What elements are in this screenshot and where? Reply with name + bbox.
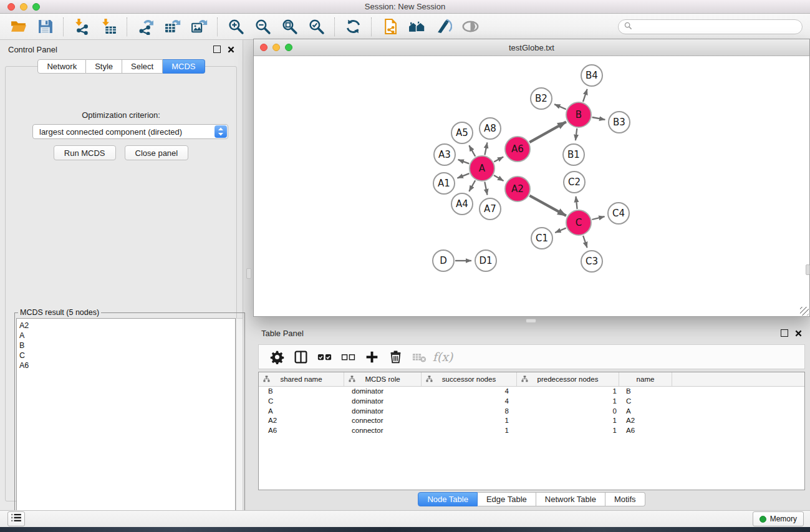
- tab-network[interactable]: Network: [37, 59, 86, 74]
- zoom-fit-button[interactable]: [276, 16, 303, 37]
- edge-A2-C[interactable]: [529, 196, 566, 216]
- edge-A-A4[interactable]: [469, 180, 475, 191]
- edge-B-B1[interactable]: [576, 128, 577, 140]
- column-header-successor-nodes[interactable]: successor nodes: [422, 372, 517, 386]
- column-visibility-button[interactable]: [289, 347, 312, 367]
- tab-motifs[interactable]: Motifs: [605, 492, 645, 506]
- table-row[interactable]: Cdominator41C: [259, 397, 804, 407]
- edge-B-B4[interactable]: [583, 89, 587, 102]
- result-item-A[interactable]: A: [17, 331, 235, 341]
- select-all-button[interactable]: [312, 347, 336, 367]
- add-column-button[interactable]: [360, 347, 383, 367]
- edge-B-B2[interactable]: [554, 104, 566, 109]
- edge-A-A1[interactable]: [457, 173, 469, 178]
- edge-C-C4[interactable]: [592, 216, 604, 220]
- edge-C-C1[interactable]: [555, 228, 566, 233]
- edge-A-A7[interactable]: [485, 182, 487, 195]
- column-header-predecessor-nodes[interactable]: predecessor nodes: [517, 372, 619, 386]
- search-box[interactable]: [618, 19, 803, 34]
- node-label-A4: A4: [456, 198, 468, 210]
- table-row[interactable]: A6connector11A6: [259, 426, 804, 436]
- search-input[interactable]: [635, 21, 796, 33]
- open-session-button[interactable]: [377, 16, 403, 37]
- network-window-titlebar[interactable]: testGlobe.txt: [254, 39, 809, 56]
- criterion-dropdown-value: largest connected component (directed): [33, 127, 215, 137]
- tab-node-table[interactable]: Node Table: [418, 492, 478, 506]
- splitter-grip-right[interactable]: [806, 264, 810, 275]
- settings-gear-button[interactable]: [265, 347, 289, 367]
- node-label-A6: A6: [511, 143, 524, 155]
- tab-select[interactable]: Select: [122, 59, 163, 74]
- table-row[interactable]: A2connector11A2: [259, 416, 804, 426]
- delete-column-button[interactable]: [383, 347, 407, 367]
- tab-style[interactable]: Style: [86, 59, 122, 74]
- table-cell: connector: [344, 416, 422, 426]
- column-header-name[interactable]: name: [619, 372, 672, 386]
- splitter-grip-bottom[interactable]: [526, 319, 536, 323]
- minimize-window-button[interactable]: [20, 3, 27, 11]
- edge-A6-B[interactable]: [529, 122, 566, 142]
- import-network-button[interactable]: [69, 16, 95, 37]
- close-window-button[interactable]: [7, 3, 15, 11]
- splitter-grip-left[interactable]: [246, 268, 251, 279]
- column-header-shared-name[interactable]: shared name: [259, 372, 344, 386]
- table-row[interactable]: Adominator80A: [259, 407, 804, 417]
- column-header-MCDS-role[interactable]: MCDS role: [344, 372, 422, 386]
- tab-mcds[interactable]: MCDS: [163, 59, 205, 74]
- control-panel: Control Panel NetworkStyleSelectMCDS Opt…: [0, 40, 243, 510]
- edge-A-A2[interactable]: [494, 175, 504, 181]
- export-image-button[interactable]: [186, 16, 213, 37]
- save-session-button[interactable]: [32, 16, 59, 37]
- result-scrollbar[interactable]: [236, 318, 243, 524]
- refresh-button[interactable]: [340, 16, 367, 37]
- table-close-panel-icon[interactable]: [795, 330, 802, 337]
- result-item-A6[interactable]: A6: [17, 360, 235, 370]
- export-network-button[interactable]: [132, 16, 159, 37]
- edge-C-C2[interactable]: [576, 196, 577, 209]
- network-close-button[interactable]: [260, 44, 268, 51]
- zoom-in-button[interactable]: [223, 16, 249, 37]
- edge-A-A3[interactable]: [458, 160, 470, 164]
- result-item-A2[interactable]: A2: [17, 321, 235, 331]
- bird-eye-view-button[interactable]: [457, 16, 484, 37]
- table-cell: dominator: [344, 387, 422, 397]
- zoom-out-button[interactable]: [249, 16, 276, 37]
- table-panel: Table Panel f(x) shared nameMCDS rolesuc…: [253, 324, 810, 510]
- result-item-C[interactable]: C: [17, 351, 235, 360]
- tab-edge-table[interactable]: Edge Table: [478, 492, 536, 506]
- window-resize-grip[interactable]: [800, 307, 809, 316]
- network-graph[interactable]: AA1A2A3A4A5A6A7A8BB1B2B3B4CC1C2C3C4DD1: [254, 56, 809, 316]
- zoom-window-button[interactable]: [32, 3, 40, 11]
- close-panel-icon[interactable]: [228, 46, 234, 53]
- criterion-dropdown[interactable]: largest connected component (directed): [32, 124, 228, 139]
- table-row[interactable]: Bdominator41B: [259, 387, 804, 397]
- annotation-visibility-button[interactable]: [430, 16, 457, 37]
- node-label-A: A: [479, 163, 486, 174]
- export-table-button[interactable]: [159, 16, 186, 37]
- edge-A-A5[interactable]: [469, 145, 475, 157]
- cybrowser-home-button[interactable]: [403, 16, 430, 37]
- tab-network-table[interactable]: Network Table: [536, 492, 605, 506]
- network-zoom-button[interactable]: [285, 44, 292, 51]
- run-mcds-button[interactable]: Run MCDS: [54, 145, 116, 160]
- network-canvas[interactable]: AA1A2A3A4A5A6A7A8BB1B2B3B4CC1C2C3C4DD1: [254, 56, 809, 316]
- task-history-button[interactable]: [7, 511, 25, 526]
- edge-C-C3[interactable]: [583, 236, 587, 248]
- table-cell: A2: [259, 416, 344, 426]
- import-table-button[interactable]: [95, 16, 122, 37]
- edge-A-A8[interactable]: [485, 143, 487, 155]
- float-panel-icon[interactable]: [213, 46, 221, 53]
- zoom-selected-button[interactable]: [303, 16, 330, 37]
- mcds-result-list[interactable]: A2ABCA6: [16, 318, 236, 524]
- network-minimize-button[interactable]: [272, 44, 280, 51]
- mcds-panel: Optimization criterion: largest connecte…: [5, 66, 237, 501]
- session-title: Session: New Session: [365, 2, 445, 11]
- deselect-all-button[interactable]: [336, 347, 360, 367]
- table-float-panel-icon[interactable]: [781, 329, 788, 337]
- edge-A-A6[interactable]: [494, 157, 503, 162]
- result-item-B[interactable]: B: [17, 341, 235, 351]
- memory-button[interactable]: Memory: [753, 511, 804, 526]
- close-panel-button[interactable]: Close panel: [125, 145, 189, 160]
- edge-B-B3[interactable]: [592, 117, 605, 120]
- open-file-button[interactable]: [5, 16, 32, 37]
